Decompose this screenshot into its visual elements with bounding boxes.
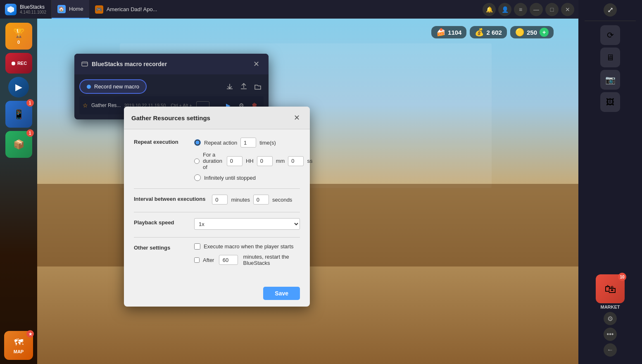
settings-title: Gather Resources settings [131,114,210,121]
macro-recorder-close[interactable]: ✕ [251,59,262,69]
tab-home[interactable]: 🏠 Home [52,0,89,19]
maximize-btn[interactable]: □ [545,3,559,16]
close-btn[interactable]: ✕ [561,3,574,16]
left-toolbar: 🏆 0 ⏺ REC ▶ 📱 1 📦 1 🗺 MAP ★ [0,19,37,364]
other-settings-row: Other settings Execute macro when the pl… [134,243,300,266]
execute-macro-label: Execute macro when the player starts [204,243,294,250]
record-new-macro-btn[interactable]: Record new macro [79,79,147,94]
divider-3 [134,237,300,238]
svg-rect-1 [82,62,88,66]
repeat-action-label: Repeat action [204,140,237,146]
box-btn[interactable]: 📦 1 [5,131,32,158]
save-button[interactable]: Save [263,287,300,300]
record-dot [87,85,91,89]
duration-mm-input[interactable] [257,156,273,166]
star-icon: ☆ [83,102,88,109]
hh-label: HH [246,158,254,164]
settings-dialog: Gather Resources settings ✕ Repeat execu… [124,107,310,307]
record-btn-label: Record new macro [94,83,139,90]
box-icon: 📦 [13,139,24,150]
divider-2 [134,212,300,212]
repeat-action-radio[interactable] [194,139,201,146]
settings-footer: Save [124,282,310,307]
repeat-execution-row: Repeat execution Repeat action time(s) F… [134,138,300,181]
rec-btn[interactable]: ⏺ REC [5,53,32,74]
rec-icon: ⏺ [10,60,16,67]
execute-macro-checkbox[interactable] [194,243,200,250]
execute-macro-row: Execute macro when the player starts [194,243,300,250]
taskbar-actions: 🔔 👤 ≡ — □ ✕ [483,3,578,16]
tab-game-label: American Dad! Apo... [107,6,157,12]
interval-label: Interval between executions [134,195,205,202]
infinite-radio[interactable] [194,174,201,181]
repeat-options: Repeat action time(s) For a duration of … [194,138,312,181]
settings-close-btn[interactable]: ✕ [291,112,302,123]
playback-label: Playback speed [134,218,188,226]
interval-minutes-input[interactable] [212,195,228,205]
mm-label: mm [276,158,285,164]
interval-seconds-input[interactable] [253,195,269,205]
phone-badge: 1 [26,99,34,107]
tab-game[interactable]: 🎮 American Dad! Apo... [89,0,163,19]
more-btn[interactable]: ••• [604,328,617,341]
interval-seconds-label: seconds [272,197,292,203]
interval-row: Interval between executions minutes seco… [134,195,300,205]
settings-sidebar-btn[interactable]: ⚙ [604,312,617,325]
app-version: 4.140.11.1002 [20,10,46,14]
market-btn[interactable]: 🛍 10 MARKET [596,274,625,309]
tab-home-label: Home [69,6,83,12]
folder-btn[interactable] [252,81,264,93]
map-btn[interactable]: 🗺 MAP ★ [4,331,33,360]
map-icon: 🗺 [14,337,23,348]
duration-val-input[interactable] [227,156,243,166]
export-btn[interactable] [238,81,250,93]
infinite-label: Infinitely until stopped [204,175,256,181]
expand-btn[interactable]: ▶ [8,77,29,98]
trophy-btn[interactable]: 🏆 0 [5,23,32,50]
playback-select[interactable]: 1x 2x 0.5x [194,218,300,230]
settings-header: Gather Resources settings ✕ [124,107,310,129]
duration-ss-input[interactable] [288,156,304,166]
app-info: BlueStacks 4.140.11.1002 [0,0,52,19]
repeat-action-input[interactable] [240,138,256,148]
bluestacks-icon [5,4,17,15]
macro-name: Gather Res... [91,102,121,108]
market-label: MARKET [600,305,620,309]
phone-btn[interactable]: 📱 1 [5,101,32,128]
recorder-icon [81,60,88,68]
market-badge: 10 [618,273,626,281]
resource-gems: 2 602 [486,29,502,36]
monitor-btn[interactable]: 🖥 [600,48,620,67]
image-btn[interactable]: 🖼 [600,92,620,112]
resource-special: 250 [527,29,537,36]
infinite-option: Infinitely until stopped [194,174,312,181]
duration-radio[interactable] [194,158,200,164]
restart-checkbox[interactable] [194,257,200,263]
fullscreen-btn[interactable]: ⤢ [604,3,617,17]
minimize-btn[interactable]: — [530,3,543,16]
restart-suffix-label: minutes, restart the BlueStacks [243,254,300,266]
trophy-icon: 🏆 [13,28,24,38]
account-btn[interactable]: 👤 [498,3,511,16]
other-settings-label: Other settings [134,243,188,251]
menu-btn[interactable]: ≡ [514,3,527,16]
macro-recorder-header: BlueStacks macro recorder ✕ [74,54,269,74]
box-badge: 1 [26,129,34,137]
settings-body: Repeat execution Repeat action time(s) F… [124,129,310,282]
restart-minutes-input[interactable] [219,255,238,265]
rec-label: REC [17,61,27,66]
ss-label: ss [307,158,312,164]
map-badge: ★ [26,330,34,338]
duration-label: For a duration of [203,152,224,170]
macro-recorder-title: BlueStacks macro recorder [81,60,167,68]
interval-minutes-label: minutes [231,197,250,203]
phone-icon: 📱 [13,109,24,120]
notification-btn[interactable]: 🔔 [483,3,496,16]
playback-row: Playback speed 1x 2x 0.5x [134,218,300,230]
trophy-count: 0 [17,40,20,45]
import-btn[interactable] [224,81,235,93]
restart-row: After minutes, restart the BlueStacks [194,254,300,266]
rotate-btn[interactable]: ⟳ [600,25,620,45]
camera-btn[interactable]: 📷 [600,70,620,90]
back-btn[interactable]: ← [604,343,617,357]
